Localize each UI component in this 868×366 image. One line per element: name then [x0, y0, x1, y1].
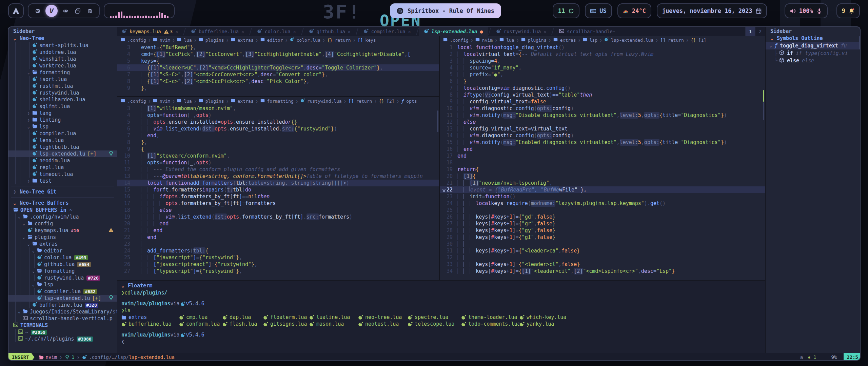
neotree-header[interactable]: ⌄Neo-Tree: [8, 35, 117, 42]
breadcrumb-segment[interactable]: color.lua: [297, 38, 320, 43]
audio-widget[interactable]: 100%: [785, 3, 828, 18]
tree-item-github-lua[interactable]: github.lua#654: [8, 261, 117, 268]
code-line-18[interactable]: 18else: [117, 207, 439, 214]
tree-item-lightbulb-lua[interactable]: lightbulb.lua: [8, 144, 117, 150]
editor-pane-color-lua[interactable]: .config❯nvim❯lua❯plugins❯extras❯editor❯c…: [117, 36, 439, 96]
tree-item-lens-lua[interactable]: lens.lua: [8, 137, 117, 144]
breadcrumb-segment[interactable]: lua: [184, 99, 192, 104]
code-line-23[interactable]: 23init = function(): [440, 193, 765, 200]
file-entry[interactable]: lualine.lua: [309, 314, 358, 321]
tab-lsp-extended-lua[interactable]: lsp-extended.lua●: [419, 27, 488, 36]
code-line-12[interactable]: 12else: [440, 119, 765, 125]
neotree-git-header[interactable]: ❯Neo-Tree Git: [8, 188, 117, 196]
breadcrumb-segment[interactable]: plugins: [205, 99, 224, 104]
tabpage-2[interactable]: 2: [755, 27, 765, 36]
code-line-20[interactable]: 20end: [117, 220, 439, 227]
editor-pane-rustywind-lua[interactable]: .config❯nvim❯lua❯plugins❯extras❯formatti…: [117, 96, 439, 280]
file-entry[interactable]: mason.lua: [309, 321, 358, 327]
date-widget[interactable]: jueves, noviembre 16, 2023: [657, 3, 767, 18]
breadcrumb-segment[interactable]: return: [335, 38, 351, 43]
code-line-3[interactable]: 3[1]"williamboman/mason.nvim",: [117, 105, 439, 112]
workspace-vim[interactable]: V: [45, 5, 58, 17]
file-entry[interactable]: spectre.lua: [408, 314, 461, 321]
breadcrumb-segment[interactable]: rustywind.lua: [307, 99, 342, 104]
tree-item-smart-splits-lua[interactable]: smart-splits.lua: [8, 42, 117, 49]
code-line-7[interactable]: 7local config = vim.diagnostic.config(): [440, 85, 765, 92]
breadcrumb-segment[interactable]: [1]: [698, 38, 706, 43]
breadcrumb-segment[interactable]: plugins: [205, 38, 224, 43]
tree-item-undotree-lua[interactable]: undotree.lua: [8, 49, 117, 56]
code-line-7[interactable]: 7{ [1]"<S-C>", [2]"<cmd>CccConvert<cr>",…: [117, 71, 439, 78]
tab-keymaps-lua[interactable]: keymaps.lua3×: [117, 27, 183, 36]
code-line-8[interactable]: 8if type(v: config.virtual_text) == "tab…: [440, 92, 765, 98]
code-line-26[interactable]: 26keys[#keys + 1] = { "gd", false }: [440, 214, 765, 220]
code-line-4[interactable]: 4cmd = { [1]"CccPick", [2]"CccConvert", …: [117, 51, 439, 58]
tree-item-test[interactable]: ❯test: [8, 178, 117, 184]
tree-item-lang[interactable]: ❯lang: [8, 110, 117, 117]
code-line-14[interactable]: 14local function add_formatters(tbl :tab…: [117, 180, 439, 186]
tree-item-lsp[interactable]: ⌄lsp: [8, 123, 117, 130]
tree-item-worktree-lua[interactable]: worktree.lua: [8, 62, 117, 69]
scrollbar-handle[interactable]: [763, 102, 764, 120]
file-entry[interactable]: conform.lua: [179, 321, 222, 327]
launcher-button[interactable]: [8, 3, 24, 18]
tabpage-1[interactable]: 1: [745, 27, 755, 36]
code-line-8[interactable]: 8{ [1]"<C-c>", [2]"<cmd>CccPick<cr>", de…: [117, 78, 439, 85]
code-line-14[interactable]: 14vim.diagnostic.config(opts: config): [440, 132, 765, 139]
workspace-gamepad[interactable]: [61, 6, 70, 15]
tree-item-lsp-extended-lu[interactable]: lsp-extended.lu[+]: [8, 295, 117, 302]
code-line-8[interactable]: 8},: [117, 139, 439, 146]
code-line-6[interactable]: 6}: [440, 78, 765, 85]
tree-item-repl-lua[interactable]: repl.lua: [8, 164, 117, 171]
code-line-1[interactable]: 1local function toggle_diag_virtext(): [440, 44, 765, 51]
code-line-16[interactable]: 16end: [440, 146, 765, 152]
workspace-firefox[interactable]: [33, 6, 42, 15]
breadcrumb-segment[interactable]: keys: [365, 38, 376, 43]
breadcrumb-segment[interactable]: nvim: [160, 99, 170, 104]
code-line-9[interactable]: 9config.virtual_text = false: [440, 98, 765, 105]
breadcrumb-segment[interactable]: nvim: [160, 38, 170, 43]
tree-item-lsp[interactable]: ⌄lsp: [8, 281, 117, 288]
code-line-13[interactable]: 13---@param tbl table<string, conform.Fo…: [117, 173, 439, 180]
tree-item-winshift-lua[interactable]: winshift.lua: [8, 56, 117, 62]
breadcrumb-segment[interactable]: lsp-extended.lua: [611, 38, 653, 43]
code-line-25[interactable]: 25["javascript"] = { "rustywind" },: [117, 254, 439, 261]
tab-compiler-lua[interactable]: compiler.lua×: [359, 27, 416, 36]
breadcrumb-segment[interactable]: extras: [238, 38, 254, 43]
file-entry[interactable]: dap.lua: [222, 314, 263, 321]
scrollbar-handle[interactable]: [859, 36, 861, 49]
tree-item-scrollbar-handle-vertical-p[interactable]: scrollbar-handle-vertical.p: [8, 315, 117, 322]
code-line-12[interactable]: 12--- Extend the conform plugin config a…: [117, 166, 439, 173]
tab-bufferline-lua[interactable]: bufferline.lua×: [186, 27, 249, 36]
code-line-19[interactable]: 19vim.list_extend(dst: opts.formatters_b…: [117, 214, 439, 220]
code-line-6[interactable]: 6vim.list_extend(dst: opts.ensure_instal…: [117, 125, 439, 132]
code-line-11[interactable]: 11opts = function(_, opts): [117, 159, 439, 166]
breadcrumb-segment[interactable]: extras: [560, 38, 576, 43]
tree-item-linting[interactable]: ❯linting: [8, 117, 117, 123]
breadcrumb-segment[interactable]: return: [356, 99, 372, 104]
code-line-20[interactable]: 20[1]{: [440, 173, 765, 180]
code-line-22[interactable]: 22event = { "BufReadPre", "BufNewFile" }…: [440, 186, 765, 193]
symbol-if[interactable]: ├ifif type(config.vi: [766, 49, 861, 57]
tree-item-timeout-lua[interactable]: timeout.lua: [8, 171, 117, 178]
code-line-2[interactable]: 2local virtual_text = { -- Default virtu…: [440, 51, 765, 58]
code-line-30[interactable]: 30: [440, 241, 765, 247]
code-line-27[interactable]: 27["typescript"] = { "rustywind" },: [117, 268, 439, 274]
code-line-21[interactable]: 21[1]"neovim/nvim-lspconfig",: [440, 180, 765, 186]
code-line-23[interactable]: 23: [117, 241, 439, 247]
file-entry[interactable]: extras: [121, 314, 179, 321]
scrollbar-handle[interactable]: [437, 110, 438, 132]
tree-item-~[interactable]: ~#2859: [8, 329, 117, 336]
code-line-5[interactable]: 5keys = {: [117, 58, 439, 64]
breadcrumb-segment[interactable]: opts: [406, 99, 417, 104]
code-line-3[interactable]: 3spacing = 4,: [440, 58, 765, 64]
file-entry[interactable]: telescope.lua: [408, 321, 461, 327]
file-entry[interactable]: floaterm.lua: [263, 314, 309, 321]
close-icon[interactable]: ×: [348, 29, 351, 34]
breadcrumb-segment[interactable]: formatting: [267, 99, 294, 104]
tree-item-editor[interactable]: ⌄editor: [8, 247, 117, 254]
code-line-6[interactable]: 6{ [1]"<leader>uC", [2]"<cmd>CccHighligh…: [117, 64, 439, 71]
code-line-15[interactable]: 15for ft, formatters in pairs(t: tbl) do: [117, 186, 439, 193]
code-line-24[interactable]: 24local keys = require(modname: "lazyvim…: [440, 200, 765, 207]
code-line-22[interactable]: 22end: [117, 234, 439, 241]
